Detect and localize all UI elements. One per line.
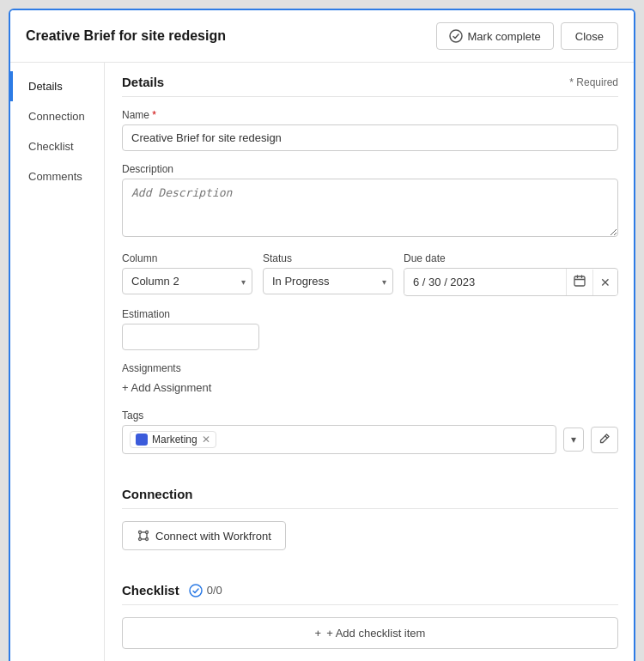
tags-dropdown-button[interactable]: ▾ (563, 428, 584, 452)
description-label: Description (122, 163, 618, 175)
tags-label: Tags (122, 409, 618, 421)
header-actions: Mark complete Close (436, 22, 619, 50)
description-field-group: Description (122, 163, 618, 240)
sidebar-item-details[interactable]: Details (10, 71, 104, 101)
column-select-wrapper: Column 2 Column 1 Column 3 ▾ (122, 268, 252, 294)
calendar-icon (574, 275, 586, 287)
connection-section-header: Connection (122, 475, 618, 509)
modal-title: Creative Brief for site redesign (26, 28, 226, 44)
assignments-field-group: Assignments + Add Assignment (122, 362, 618, 397)
svg-point-14 (190, 585, 202, 597)
sidebar-item-comments[interactable]: Comments (10, 161, 104, 191)
content-area: Details * Required Name * Description (105, 63, 634, 661)
checklist-section: Checklist 0/0 + + Add checklist item (122, 571, 618, 649)
assignments-label: Assignments (122, 362, 618, 374)
name-field-group: Name * (122, 109, 618, 151)
due-date-wrapper: ✕ (404, 268, 618, 296)
connect-workfront-button[interactable]: Connect with Workfront (122, 521, 286, 550)
tag-remove-button[interactable]: ✕ (202, 434, 210, 445)
tags-field-group: Tags Marketing ✕ ▾ (122, 409, 618, 454)
modal-body: Details Connection Checklist Comments De… (10, 63, 634, 661)
checklist-title-count: Checklist 0/0 (122, 583, 222, 597)
connection-section: Connection Connect with Workfront (122, 475, 618, 550)
status-select[interactable]: In Progress Not Started Complete (263, 268, 393, 294)
required-note: * Required (569, 76, 618, 88)
svg-rect-1 (574, 276, 585, 286)
calendar-button[interactable] (566, 269, 592, 295)
due-date-input[interactable] (404, 270, 566, 294)
due-date-field-col: Due date ✕ (404, 252, 618, 296)
svg-line-5 (605, 435, 608, 438)
tags-wrapper: Marketing ✕ ▾ (122, 425, 618, 454)
plus-icon: + (315, 627, 322, 640)
status-select-wrapper: In Progress Not Started Complete ▾ (263, 268, 393, 294)
description-textarea[interactable] (122, 179, 618, 237)
checklist-check-icon (189, 584, 203, 597)
status-field-col: Status In Progress Not Started Complete … (263, 252, 393, 296)
close-button[interactable]: Close (561, 22, 618, 50)
add-checklist-item-button[interactable]: + + Add checklist item (122, 617, 618, 649)
svg-point-9 (146, 538, 149, 541)
due-date-label: Due date (404, 252, 618, 264)
details-section-title: Details (122, 75, 164, 89)
svg-point-6 (139, 531, 142, 534)
tags-edit-button[interactable] (591, 427, 618, 453)
name-input[interactable] (122, 124, 618, 151)
column-select[interactable]: Column 2 Column 1 Column 3 (122, 268, 252, 294)
add-assignment-button[interactable]: + Add Assignment (122, 378, 618, 397)
checkmark-circle-icon (449, 29, 463, 43)
name-label: Name * (122, 109, 618, 121)
svg-point-8 (139, 538, 142, 541)
mark-complete-button[interactable]: Mark complete (436, 22, 554, 50)
checklist-section-header: Checklist 0/0 (122, 571, 618, 605)
modal-header: Creative Brief for site redesign Mark co… (10, 10, 634, 63)
tags-input-area[interactable]: Marketing ✕ (122, 425, 556, 454)
checklist-section-title: Checklist (122, 583, 179, 597)
name-required-star: * (152, 109, 156, 121)
column-status-duedate-row: Column Column 2 Column 1 Column 3 ▾ Stat… (122, 252, 618, 296)
sidebar-item-checklist[interactable]: Checklist (10, 131, 104, 161)
connection-section-title: Connection (122, 487, 193, 501)
column-field-col: Column Column 2 Column 1 Column 3 ▾ (122, 252, 252, 296)
details-section-header: Details * Required (122, 63, 618, 97)
sidebar: Details Connection Checklist Comments (10, 63, 105, 661)
task-detail-modal: Creative Brief for site redesign Mark co… (9, 9, 635, 661)
status-label: Status (263, 252, 393, 264)
tag-marketing: Marketing ✕ (130, 431, 216, 448)
workfront-icon (137, 529, 150, 543)
checklist-count-text: 0/0 (207, 584, 222, 597)
estimation-field-group: Estimation (122, 308, 618, 350)
estimation-label: Estimation (122, 308, 618, 320)
column-label: Column (122, 252, 252, 264)
tag-color-swatch (136, 434, 148, 446)
tag-label: Marketing (152, 434, 197, 446)
svg-point-0 (450, 30, 462, 42)
due-date-clear-button[interactable]: ✕ (592, 270, 617, 295)
tags-chevron-icon: ▾ (571, 434, 576, 446)
details-section: Details * Required Name * Description (122, 63, 618, 454)
estimation-input[interactable] (122, 324, 259, 350)
sidebar-item-connection[interactable]: Connection (10, 101, 104, 131)
pencil-icon (598, 433, 611, 445)
svg-point-7 (146, 531, 149, 534)
